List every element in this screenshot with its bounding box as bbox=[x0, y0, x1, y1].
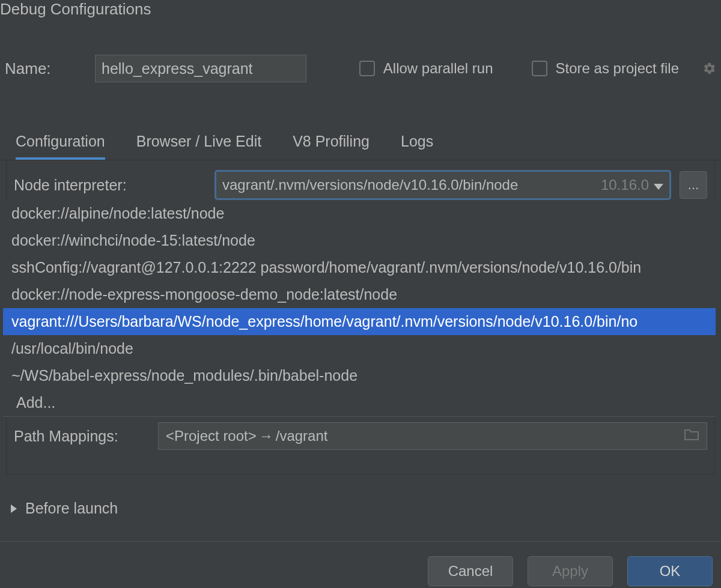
dropdown-item[interactable]: sshConfig://vagrant@127.0.0.1:2222 passw… bbox=[3, 254, 716, 281]
configuration-panel: Node interpreter: vagrant/.nvm/versions/… bbox=[6, 160, 715, 474]
folder-icon[interactable] bbox=[684, 428, 699, 444]
dropdown-item[interactable]: docker://alpine/node:latest/node bbox=[3, 200, 716, 227]
interpreter-dropdown: docker://alpine/node:latest/node docker:… bbox=[3, 200, 716, 417]
path-mappings-label: Path Mappings: bbox=[14, 428, 140, 445]
window-title: Debug Configurations bbox=[0, 0, 721, 25]
node-interpreter-select[interactable]: vagrant/.nvm/versions/node/v10.16.0/bin/… bbox=[214, 170, 671, 200]
path-mappings-left: <Project root> bbox=[166, 428, 257, 444]
tab-v8-profiling[interactable]: V8 Profiling bbox=[293, 133, 370, 160]
dropdown-add[interactable]: Add... bbox=[3, 389, 716, 416]
triangle-right-icon bbox=[11, 505, 17, 513]
allow-parallel-checkbox[interactable]: Allow parallel run bbox=[359, 60, 493, 77]
tab-configuration[interactable]: Configuration bbox=[16, 133, 105, 160]
dropdown-item[interactable]: /usr/local/bin/node bbox=[3, 335, 716, 362]
checkbox-icon bbox=[532, 61, 547, 76]
dropdown-item-selected[interactable]: vagrant:///Users/barbara/WS/node_express… bbox=[3, 308, 716, 335]
node-interpreter-version: 10.16.0 bbox=[591, 177, 649, 193]
node-interpreter-label: Node interpreter: bbox=[14, 177, 206, 194]
browse-button[interactable]: ... bbox=[680, 171, 707, 199]
arrow-right-icon: → bbox=[259, 428, 273, 444]
dropdown-item[interactable]: docker://winchci/node-15:latest/node bbox=[3, 227, 716, 254]
cancel-button[interactable]: Cancel bbox=[428, 556, 513, 586]
before-launch-label: Before launch bbox=[25, 500, 118, 517]
tab-bar: Configuration Browser / Live Edit V8 Pro… bbox=[0, 82, 721, 160]
store-project-label: Store as project file bbox=[556, 60, 679, 77]
name-input[interactable] bbox=[95, 55, 306, 82]
checkbox-icon bbox=[359, 61, 375, 76]
gear-icon[interactable] bbox=[703, 62, 716, 75]
store-as-project-checkbox[interactable]: Store as project file bbox=[532, 60, 679, 77]
path-mappings-right: /vagrant bbox=[276, 428, 328, 444]
node-interpreter-value: vagrant/.nvm/versions/node/v10.16.0/bin/… bbox=[222, 177, 591, 193]
chevron-down-icon bbox=[654, 177, 663, 193]
before-launch-section[interactable]: Before launch bbox=[0, 474, 721, 541]
apply-button[interactable]: Apply bbox=[528, 556, 613, 586]
path-mappings-input[interactable]: <Project root> → /vagrant bbox=[158, 422, 707, 450]
name-label: Name: bbox=[5, 59, 71, 78]
allow-parallel-label: Allow parallel run bbox=[383, 60, 493, 77]
tab-browser-live-edit[interactable]: Browser / Live Edit bbox=[136, 133, 261, 160]
svg-marker-0 bbox=[654, 184, 663, 190]
dropdown-item[interactable]: docker://node-express-mongoose-demo_node… bbox=[3, 281, 716, 308]
tab-logs[interactable]: Logs bbox=[401, 133, 433, 160]
dropdown-item[interactable]: ~/WS/babel-express/node_modules/.bin/bab… bbox=[3, 362, 716, 389]
dialog-button-bar: Cancel Apply OK bbox=[0, 541, 721, 586]
ok-button[interactable]: OK bbox=[627, 556, 713, 586]
